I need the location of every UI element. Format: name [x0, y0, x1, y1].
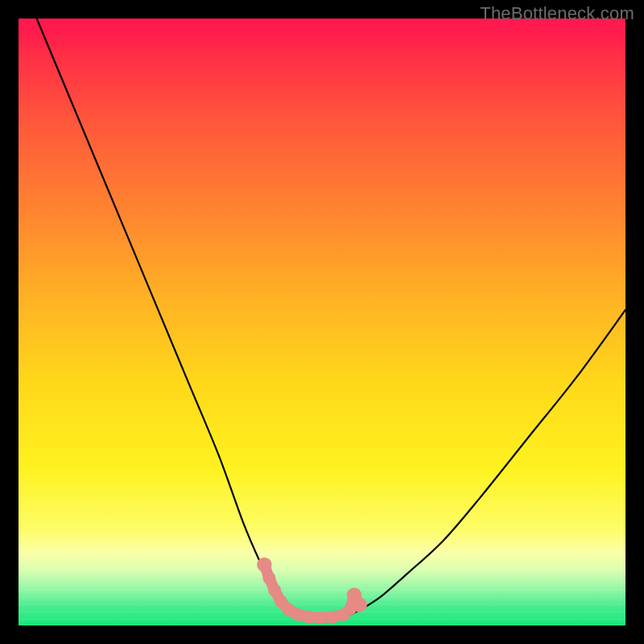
marker-dot [262, 572, 275, 584]
marker-dot [353, 597, 367, 612]
marker-dot [327, 610, 340, 623]
marker-dot [257, 557, 271, 572]
plot-area [19, 19, 625, 625]
marker-dot [314, 611, 327, 624]
minimum-marker-chain [257, 557, 367, 624]
chart-frame: TheBottleneck.com [0, 0, 644, 644]
bottleneck-curve-path [37, 19, 625, 620]
marker-dot [302, 610, 315, 623]
marker-dot [268, 584, 281, 597]
watermark-text: TheBottleneck.com [480, 3, 634, 24]
marker-dot [291, 608, 304, 621]
curve-layer [19, 19, 625, 625]
